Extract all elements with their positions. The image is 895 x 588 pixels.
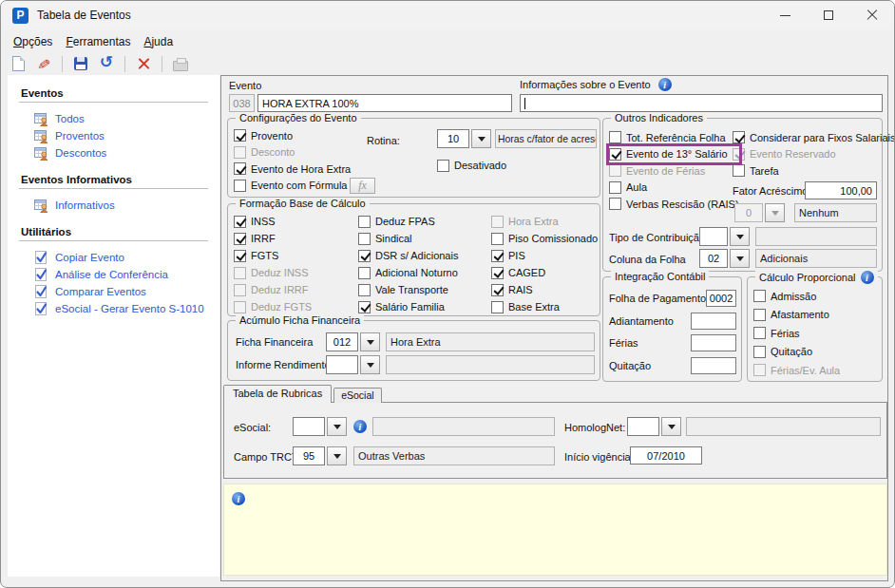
checkbox-desativado[interactable]: Desativado (437, 157, 506, 174)
checkbox-salario-familia[interactable]: Salário Familia (358, 298, 458, 315)
checkbox-box[interactable] (358, 216, 371, 228)
checkbox-box[interactable] (491, 267, 504, 279)
checkbox-box[interactable] (234, 162, 246, 175)
esocial-value[interactable] (293, 417, 325, 436)
checkbox-adicional-noturno[interactable]: Adicional Noturno (358, 264, 458, 281)
menu-ferramentas[interactable]: Ferramentas (59, 33, 137, 50)
chevron-down-icon[interactable] (360, 332, 380, 351)
checkbox-inss[interactable]: INSS (234, 213, 312, 230)
checkbox-afastamento[interactable]: Afastamento (753, 306, 840, 325)
chevron-down-icon[interactable] (730, 227, 750, 246)
checkbox-box[interactable] (358, 250, 371, 262)
save-button[interactable] (71, 54, 90, 73)
chevron-down-icon[interactable] (360, 355, 380, 374)
sidebar-item-todos[interactable]: Todos (8, 110, 219, 127)
checkbox-box[interactable] (609, 148, 621, 161)
checkbox-provento[interactable]: Provento (234, 127, 351, 144)
checkbox-box[interactable] (733, 164, 745, 177)
checkbox-box[interactable] (358, 233, 371, 245)
minimize-button[interactable] (763, 1, 807, 29)
checkbox-box[interactable] (491, 233, 504, 245)
info-icon[interactable]: i (861, 271, 874, 284)
fator-acrescimo-field[interactable]: 100,00 (805, 181, 877, 199)
homolognet-value[interactable] (627, 417, 659, 436)
chevron-down-icon[interactable] (730, 249, 750, 268)
menu-opcoes[interactable]: Opções (7, 33, 59, 50)
checkbox-box[interactable] (491, 250, 504, 262)
checkbox-fgts[interactable]: FGTS (234, 247, 312, 264)
checkbox-verbas-rescisao-rais[interactable]: Verbas Rescisão (RAIS) (609, 196, 739, 213)
checkbox-box[interactable] (358, 284, 371, 296)
checkbox-box[interactable] (753, 309, 766, 321)
checkbox-box[interactable] (753, 346, 766, 358)
menu-ajuda[interactable]: Ajuda (137, 33, 180, 50)
field-quitacao[interactable] (691, 357, 736, 374)
sidebar-item-descontos[interactable]: Descontos (8, 144, 219, 161)
coluna-da-folha-value[interactable]: 02 (699, 249, 728, 268)
edit-button[interactable] (34, 54, 53, 73)
checkbox-sindical[interactable]: Sindical (358, 230, 458, 247)
checkbox-tarefa[interactable]: Tarefa (733, 162, 895, 180)
checkbox-deduz-fpas[interactable]: Deduz FPAS (358, 213, 458, 230)
ficha-financeira-value[interactable]: 012 (326, 332, 358, 351)
checkbox-box[interactable] (753, 327, 766, 339)
info-evento-field[interactable] (520, 94, 883, 112)
close-button[interactable] (850, 1, 894, 29)
sidebar-item-copiar-evento[interactable]: Copiar Evento (8, 249, 219, 266)
campo-trct-value[interactable]: 95 (293, 446, 325, 465)
tab-esocial[interactable]: eSocial (333, 388, 381, 403)
checkbox-base-extra[interactable]: Base Extra (491, 298, 598, 315)
checkbox-rais[interactable]: RAIS (491, 281, 598, 298)
checkbox-ferias[interactable]: Férias (753, 324, 840, 343)
evento-name-field[interactable]: HORA EXTRA 100% (257, 94, 512, 112)
info-icon[interactable]: i (353, 420, 367, 433)
sidebar-item-esocial-gerar-evento-s-1010[interactable]: eSocial - Gerar Evento S-1010 (8, 300, 219, 317)
checkbox-evento-de-hora-extra[interactable]: Evento de Hora Extra (234, 161, 351, 178)
info-icon[interactable]: i (658, 78, 672, 91)
checkbox-box[interactable] (234, 250, 246, 262)
checkbox-box[interactable] (234, 216, 246, 228)
tipo-contribuicao-value[interactable] (699, 227, 728, 246)
delete-button[interactable] (134, 54, 153, 73)
maximize-button[interactable] (807, 1, 850, 29)
checkbox-box[interactable] (733, 131, 745, 143)
checkbox-caged[interactable]: CAGED (491, 264, 598, 281)
checkbox-box[interactable] (609, 131, 621, 143)
checkbox-tot-referencia-folha[interactable]: Tot. Referência Folha (609, 129, 739, 146)
checkbox-box[interactable] (234, 233, 246, 245)
checkbox-admissao[interactable]: Admissão (753, 287, 840, 306)
checkbox-box[interactable] (358, 301, 371, 313)
rotina-value[interactable]: 10 (437, 129, 469, 148)
checkbox-box[interactable] (491, 301, 504, 313)
checkbox-box[interactable] (609, 181, 621, 194)
checkbox-box[interactable] (234, 129, 246, 142)
undo-button[interactable] (97, 54, 116, 73)
checkbox-box[interactable] (609, 198, 621, 210)
checkbox-box[interactable] (491, 284, 504, 296)
checkbox-quitacao[interactable]: Quitação (753, 343, 840, 362)
sidebar-item-analise-de-conferencia[interactable]: Análise de Conferência (8, 266, 219, 283)
new-document-button[interactable] (9, 54, 28, 73)
field-folha-de-pagamento[interactable]: 0002 (706, 290, 736, 307)
field-ferias[interactable] (691, 334, 736, 351)
sidebar-item-comparar-eventos[interactable]: Comparar Eventos (8, 283, 219, 300)
sidebar-item-proventos[interactable]: Proventos (8, 127, 219, 144)
checkbox-box[interactable] (753, 290, 766, 302)
inicio-vigencia-field[interactable]: 07/2010 (630, 446, 702, 465)
chevron-down-icon[interactable] (661, 417, 681, 436)
checkbox-evento-com-formula[interactable]: Evento com Fórmula (234, 178, 351, 195)
checkbox-pis[interactable]: PIS (491, 247, 598, 264)
tab-tabela-de-rubricas[interactable]: Tabela de Rubricas (223, 385, 332, 403)
chevron-down-icon[interactable] (327, 446, 347, 465)
checkbox-evento-de-13-salario[interactable]: Evento de 13° Salário (609, 146, 739, 163)
checkbox-vale-transporte[interactable]: Vale Transporte (358, 281, 458, 298)
checkbox-aula[interactable]: Aula (609, 180, 739, 197)
sidebar-item-informativos[interactable]: Informativos (8, 197, 219, 214)
checkbox-dsr-s-adicionais[interactable]: DSR s/ Adicionais (358, 247, 458, 264)
checkbox-piso-comissionado[interactable]: Piso Comissionado (491, 230, 598, 247)
checkbox-box[interactable] (437, 160, 449, 172)
checkbox-box[interactable] (358, 267, 371, 279)
informe-rendimentos-value[interactable] (326, 355, 358, 374)
chevron-down-icon[interactable] (327, 417, 347, 436)
checkbox-box[interactable] (234, 180, 246, 192)
